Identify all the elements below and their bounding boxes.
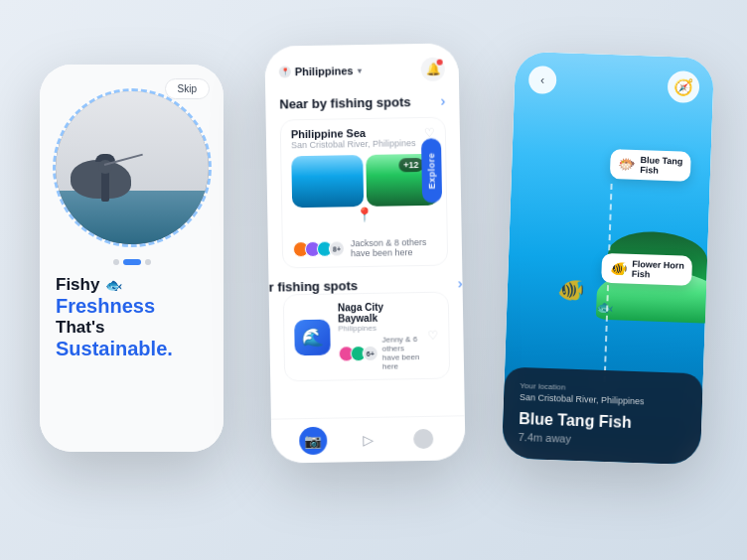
- tagline-block: Fishy 🐟 Freshness That's Sustainable.: [40, 265, 224, 360]
- blue-tang-tag: 🐡 Blue TangFish: [610, 149, 691, 182]
- spot1-image-1: [291, 155, 364, 208]
- visitors-text: Jackson & 8 others: [351, 237, 427, 248]
- visitors2-text: Jenny & 6 others: [381, 335, 417, 353]
- visitor-avatars: 8+: [293, 240, 345, 257]
- tagline-line4: Sustainable.: [56, 338, 208, 360]
- blue-tang-emoji: 🐡: [618, 156, 636, 173]
- phone-right: 🐠 🐟 ‹ 🧭 🐡 Blue TangFish 🐠 Flower HornFis…: [502, 52, 714, 466]
- fish-icon: 🐟: [105, 277, 122, 293]
- spot2-name: Naga City Baywalk: [338, 301, 419, 324]
- nav-profile-button[interactable]: [409, 425, 437, 453]
- avatar-count-2: 6+: [363, 346, 378, 361]
- fish-silhouette-2: 🐟: [596, 299, 614, 316]
- image-count-badge: +12: [398, 158, 424, 172]
- spot2-subtitle: Philippines: [338, 323, 419, 333]
- spot2-thumb: 🌊: [294, 320, 331, 356]
- chevron-down-icon: ▾: [357, 67, 361, 75]
- location-selector[interactable]: 📍 Philippines ▾: [279, 65, 362, 77]
- map-pin-icon: 📍: [356, 207, 373, 222]
- tagline-line2: Freshness: [56, 295, 208, 318]
- see-more-button-2[interactable]: ›: [458, 275, 463, 291]
- bottom-nav: 📷 ▷: [271, 415, 466, 463]
- middle-header: 📍 Philippines ▾ 🔔: [264, 43, 459, 91]
- visitors-info: 8+ Jackson & 8 others have been here: [283, 233, 448, 268]
- visitor-avatars-2: 6+: [339, 346, 378, 362]
- spot-card-2[interactable]: 🌊 Naga City Baywalk Philippines 6+ Jenny…: [283, 292, 451, 382]
- notification-badge: [437, 60, 443, 66]
- heart-icon-2[interactable]: ♡: [427, 329, 438, 343]
- tagline-line3: That's: [56, 318, 208, 338]
- tagline-line1: Fishy 🐟: [56, 275, 208, 295]
- skip-button[interactable]: Skip: [165, 78, 210, 99]
- see-more-button[interactable]: ›: [441, 93, 446, 109]
- nav-play-button[interactable]: ▷: [355, 426, 382, 454]
- phone-middle: 📍 Philippines ▾ 🔔 Near by fishing spots …: [264, 43, 465, 463]
- flower-horn-tag: 🐠 Flower HornFish: [602, 253, 693, 286]
- info-card: Your location San Cristobal River, Phili…: [502, 366, 703, 465]
- flower-horn-label: Flower HornFish: [632, 259, 684, 281]
- explore-button[interactable]: Explore: [421, 139, 442, 204]
- nav-camera-button[interactable]: 📷: [299, 427, 327, 455]
- avatar-count: 8+: [329, 240, 345, 256]
- distance-value: 7.4m away: [518, 431, 684, 449]
- notification-button[interactable]: 🔔: [421, 58, 445, 81]
- phone-left: Skip: [40, 65, 224, 452]
- hero-image: [53, 88, 212, 247]
- spot1-subtitle: San Cristobal River, Philippines: [291, 138, 416, 150]
- fish-silhouette-1: 🐠: [556, 277, 584, 304]
- visitors-sub: have been here: [351, 247, 413, 258]
- blue-tang-label: Blue TangFish: [640, 155, 683, 176]
- location-pin-icon: 📍: [279, 66, 291, 77]
- phones-container: Skip: [0, 0, 747, 560]
- spot-card-1[interactable]: Philippine Sea San Cristobal River, Phil…: [280, 117, 449, 269]
- visitors2-sub2: have been here: [382, 352, 420, 371]
- flower-horn-emoji: 🐠: [610, 260, 628, 277]
- fish-name: Blue Tang Fish: [519, 410, 686, 434]
- section1-title: Near by fishing spots ›: [265, 88, 459, 119]
